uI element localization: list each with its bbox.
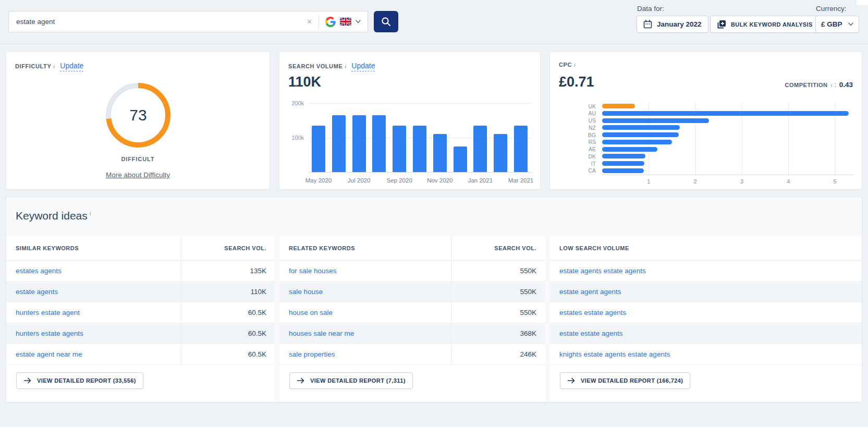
keyword-link[interactable]: estates estate agents [550,309,862,316]
column-header: SEARCH VOL. [451,236,545,260]
date-selector-button[interactable]: January 2022 [637,16,708,33]
competition-label: COMPETITION [785,82,828,88]
search-volume-cell: 550K [451,282,545,302]
arrow-right-icon [23,376,32,385]
cpc-row: AE [602,147,854,152]
cpc-row: DK [602,154,854,158]
info-icon[interactable]: i [345,64,346,69]
keyword-link[interactable]: house on sale [279,309,451,316]
cpc-bar [602,140,672,144]
search-volume-cell: 246K [451,344,545,364]
date-selector-label: January 2022 [657,20,702,28]
info-icon[interactable]: i [574,62,576,68]
volume-bar [494,134,507,172]
table-row: estate agents110K [6,282,275,302]
search-engine-selector[interactable] [319,17,368,27]
volume-bar [352,115,366,172]
difficulty-level-label: DIFFICULT [6,156,270,162]
keyword-table: LOW SEARCH VOLUMEestate agents estate ag… [550,236,862,402]
volume-bar [393,126,406,172]
currency-select[interactable]: £ GBP [815,16,859,33]
x-axis-label: 1 [647,178,650,185]
table-row: for sale houses550K [279,261,545,282]
competition-value: 0.43 [839,81,853,89]
volume-bar [433,134,447,172]
country-label: DK [588,153,596,160]
search-volume-card: SEARCH VOLUME i Update 110K 200k 100k Ma… [279,52,540,189]
table-row: sale house550K [279,282,545,302]
country-label: UK [588,103,596,109]
column-header: RELATED KEYWORDS [279,245,451,251]
clear-search-icon[interactable]: ✕ [300,18,319,26]
search-volume-cell: 135K [181,261,275,281]
cpc-row: NZ [602,125,854,130]
volume-update-link[interactable]: Update [351,62,375,71]
keyword-link[interactable]: for sale houses [279,267,451,275]
cpc-bar [602,132,679,137]
competition-separator: : [834,81,836,89]
view-detailed-report-button[interactable]: VIEW DETAILED REPORT (33,556) [16,372,143,389]
currency-label: Currency: [816,5,847,13]
more-about-difficulty-link[interactable]: More about Difficulty [106,171,170,179]
difficulty-title: DIFFICULTY [15,63,51,69]
column-header: SIMILAR KEYWORDS [6,245,181,251]
table-row: sale properties246K [279,344,545,365]
info-icon[interactable]: i [830,82,832,88]
x-axis-label: 2 [693,178,696,185]
calendar-icon [643,20,652,29]
country-label: NZ [589,125,596,131]
x-axis-label: Jan 2021 [468,177,493,184]
cpc-bar [602,147,657,152]
table-row: estate agents estate agents [550,261,862,282]
table-header-row: RELATED KEYWORDSSEARCH VOL. [279,236,545,261]
view-detailed-report-button[interactable]: VIEW DETAILED REPORT (7,311) [289,372,413,389]
cpc-row: UK [602,104,854,108]
volume-bar [372,115,386,172]
keyword-link[interactable]: sale properties [279,350,451,358]
keyword-link[interactable]: knights estate agents estate agents [550,350,862,358]
bulk-keyword-analysis-button[interactable]: BULK KEYWORD ANALYSIS [710,16,820,33]
x-axis-label: Mar 2021 [508,177,534,184]
info-icon[interactable]: i [53,64,55,69]
keyword-link[interactable]: estate agent agents [550,288,862,296]
volume-bar [413,126,426,172]
keyword-link[interactable]: estate agents [6,288,181,296]
search-input[interactable] [9,11,300,32]
report-button-label: VIEW DETAILED REPORT (166,724) [581,377,683,384]
keyword-link[interactable]: hunters estate agents [6,330,181,337]
keyword-link[interactable]: estate agent near me [6,350,181,358]
chevron-down-icon [356,20,361,23]
table-row: estate agent near me60.5K [6,344,275,365]
uk-flag-icon [340,18,351,26]
table-row: estates estate agents [550,302,862,323]
keyword-table: SIMILAR KEYWORDSSEARCH VOL.estates agent… [6,236,275,402]
table-row: houses sale near me368K [279,323,545,344]
column-header: SEARCH VOL. [181,236,275,260]
volume-bar [312,126,325,172]
top-bar: ✕ [0,0,868,44]
keyword-link[interactable]: sale house [279,288,451,296]
info-icon[interactable]: i [90,211,91,216]
country-label: RS [588,139,596,145]
keyword-link[interactable]: estates agents [6,267,181,275]
keyword-link[interactable]: houses sale near me [279,330,451,337]
keyword-link[interactable]: estate agents estate agents [550,267,862,275]
x-axis-label: 3 [740,178,743,185]
table-row: estate agent agents [550,282,862,302]
difficulty-update-link[interactable]: Update [60,62,83,71]
keyword-link[interactable]: estate estate agents [550,330,862,337]
table-row: hunters estate agents60.5K [6,323,275,344]
cpc-bar [602,125,680,130]
x-axis: May 2020Jul 2020Sep 2020Nov 2020Jan 2021… [308,177,531,185]
cpc-value: £0.71 [559,74,594,90]
google-icon [325,17,336,27]
difficulty-score: 73 [105,82,172,149]
view-detailed-report-button[interactable]: VIEW DETAILED REPORT (166,724) [560,372,690,389]
y-axis-label: 100k [284,135,304,141]
search-button[interactable] [374,11,398,32]
bulk-button-label: BULK KEYWORD ANALYSIS [731,21,813,28]
column-header: LOW SEARCH VOLUME [550,245,862,251]
cpc-row: RS [602,140,854,144]
keyword-link[interactable]: hunters estate agent [6,309,181,316]
arrow-right-icon [567,376,576,385]
